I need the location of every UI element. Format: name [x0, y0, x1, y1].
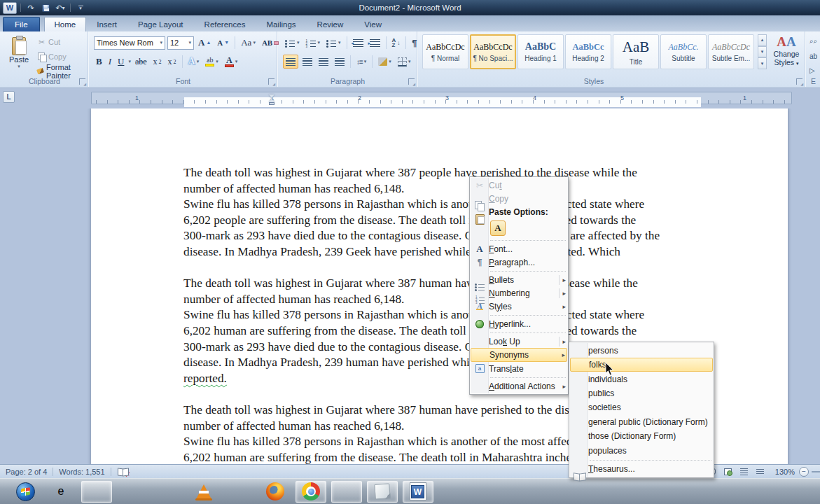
context-menu-item-bullets[interactable]: Bullets▸ [471, 273, 567, 286]
clipboard-dialog-launcher-icon[interactable] [79, 78, 85, 85]
sort-button[interactable]: AZ↓ [390, 36, 403, 50]
synonym-item-thesaurus[interactable]: Thesaurus... [570, 462, 713, 476]
synonym-item-those-dictionary-form[interactable]: those (Dictionary Form) [570, 429, 713, 443]
word-logo-icon[interactable]: W [3, 2, 17, 14]
change-case-button[interactable]: Aa▾ [239, 36, 258, 50]
document-line[interactable]: Swine flu has killed 378 persons in Raja… [183, 307, 705, 323]
taskbar-internet-explorer-icon[interactable]: e [46, 481, 76, 503]
undo-icon[interactable]: ↶▾ [54, 2, 67, 13]
font-family-combo[interactable]: Times New Rom▾ [94, 36, 165, 50]
synonym-item-publics[interactable]: publics [570, 386, 713, 400]
draft-view-button[interactable] [753, 466, 767, 477]
cut-button[interactable]: ✂Cut [34, 35, 88, 49]
indent-markers[interactable] [269, 94, 275, 106]
taskbar-firefox-icon[interactable] [260, 481, 291, 503]
find-icon[interactable]: ⌕⌕ [809, 37, 817, 46]
select-icon[interactable]: ▷ [809, 66, 815, 74]
align-right-button[interactable] [317, 55, 331, 69]
keep-text-only-paste-option[interactable]: A [490, 220, 506, 236]
synonym-item-societies[interactable]: societies [570, 400, 713, 414]
taskbar-chrome-icon[interactable] [296, 481, 326, 503]
outline-view-button[interactable] [737, 466, 751, 477]
text-effects-button[interactable]: A▾ [186, 55, 202, 69]
style-title[interactable]: AaBTitle [613, 34, 659, 69]
taskbar-snipping-tool-icon[interactable] [117, 481, 148, 503]
bold-button[interactable]: B [94, 55, 104, 69]
taskbar-media-player-icon[interactable] [224, 481, 255, 503]
align-center-button[interactable] [300, 55, 314, 69]
increase-indent-button[interactable] [368, 36, 382, 50]
superscript-button[interactable]: x2 [166, 55, 179, 69]
font-dialog-launcher-icon[interactable] [268, 78, 275, 85]
gallery-more-icon[interactable]: ▼ [758, 57, 767, 69]
document-line[interactable]: number of affected human has reached 6,1… [183, 181, 705, 197]
document-line[interactable]: 6,202 people are suffering from the dise… [183, 213, 705, 229]
synonym-item-general-public-dictionary-form[interactable]: general public (Dictionary Form) [570, 415, 713, 429]
shrink-font-button[interactable]: A▼ [215, 36, 231, 50]
tab-page-layout[interactable]: Page Layout [127, 17, 194, 31]
decrease-indent-button[interactable] [351, 36, 366, 50]
gallery-scroll-down-icon[interactable]: ▼ [758, 46, 767, 58]
strikethrough-button[interactable]: abe [133, 55, 149, 69]
context-menu-item-a[interactable]: A [471, 218, 567, 238]
document-line[interactable]: The death toll was highest in Gujarat wh… [183, 276, 705, 292]
copy-button[interactable]: Copy [34, 50, 88, 64]
taskbar-movie-maker-icon[interactable] [331, 481, 362, 503]
context-menu-item-numbering[interactable]: Numbering▸ [471, 286, 567, 300]
align-left-button[interactable] [283, 55, 298, 69]
multilevel-list-button[interactable]: ▾ [324, 36, 343, 50]
style-heading-1[interactable]: AaBbCHeading 1 [517, 34, 564, 69]
zoom-out-icon[interactable]: − [799, 467, 809, 477]
synonym-item-persons[interactable]: persons [570, 344, 713, 358]
context-menu-item-synonyms[interactable]: Synonyms▸ [471, 348, 567, 362]
italic-button[interactable]: I [106, 55, 113, 69]
zoom-level[interactable]: 130% [775, 468, 795, 476]
horizontal-ruler[interactable]: 1123451 [91, 92, 792, 104]
tab-references[interactable]: References [194, 17, 256, 31]
zoom-slider[interactable] [812, 471, 820, 472]
document-line[interactable]: disease. In Madhya Pradesh, 239 Geek hav… [183, 244, 705, 260]
synonym-item-populaces[interactable]: populaces [570, 443, 713, 457]
tab-selector[interactable]: L [3, 91, 15, 103]
context-menu-item-styles[interactable]: Styles▸ [471, 300, 567, 313]
style-normal[interactable]: AaBbCcDc¶ Normal [422, 34, 468, 69]
taskbar-file-explorer-icon[interactable] [81, 481, 112, 503]
taskbar-dictionary-icon[interactable] [153, 481, 183, 503]
document-line[interactable]: 6,202 human are suffering from the disea… [183, 323, 705, 340]
redo-icon[interactable]: ↷ [25, 2, 37, 13]
style-subtitle[interactable]: AaBbCc.Subtitle [660, 34, 707, 69]
format-painter-button[interactable]: Format Painter [34, 64, 88, 78]
style-no-spaci[interactable]: AaBbCcDc¶ No Spaci... [470, 34, 516, 69]
save-icon[interactable] [39, 2, 52, 13]
context-menu-item-look-up[interactable]: Look Up▸ [471, 335, 567, 348]
tab-home[interactable]: Home [44, 17, 87, 31]
document-line[interactable]: The death toll was highest in Gujarat wh… [183, 165, 705, 181]
taskbar-vlc-icon[interactable] [188, 481, 219, 503]
change-styles-button[interactable]: AA Change Styles ▾ [770, 34, 802, 75]
hanging-indent-marker[interactable] [269, 99, 275, 102]
tab-insert[interactable]: Insert [86, 17, 127, 31]
web-layout-view-button[interactable] [721, 466, 735, 477]
bullets-button[interactable]: ▾ [283, 36, 302, 50]
justify-button[interactable] [333, 55, 347, 69]
context-menu-item-hyperlink[interactable]: Hyperlink... [471, 317, 567, 330]
document-line[interactable]: number of affected human has reached 6,1… [183, 292, 705, 308]
context-menu-item-additional-actions[interactable]: Additional Actions▸ [471, 379, 567, 393]
first-line-indent-marker[interactable] [269, 94, 275, 98]
numbering-button[interactable]: ▾ [304, 36, 323, 50]
proofing-errors-icon[interactable]: ✗ [117, 467, 130, 477]
paste-button[interactable]: Paste ▾ [6, 35, 32, 76]
line-spacing-button[interactable]: ↕≡▾ [354, 55, 368, 69]
styles-dialog-launcher-icon[interactable] [796, 78, 802, 85]
context-menu-item-paragraph[interactable]: Paragraph... [471, 255, 567, 269]
clear-formatting-button[interactable]: AB [260, 36, 281, 50]
context-menu-item-font[interactable]: Font... [471, 242, 567, 255]
tab-mailings[interactable]: Mailings [256, 17, 306, 31]
style-heading-2[interactable]: AaBbCcHeading 2 [565, 34, 611, 69]
gallery-scroll-up-icon[interactable]: ▲ [758, 34, 767, 46]
text-highlight-button[interactable]: ab▾ [203, 55, 221, 69]
grow-font-button[interactable]: A▲ [196, 36, 213, 50]
paragraph-dialog-launcher-icon[interactable] [408, 78, 415, 85]
font-size-combo[interactable]: 12▾ [167, 36, 194, 50]
replace-icon[interactable]: ab [809, 52, 817, 60]
